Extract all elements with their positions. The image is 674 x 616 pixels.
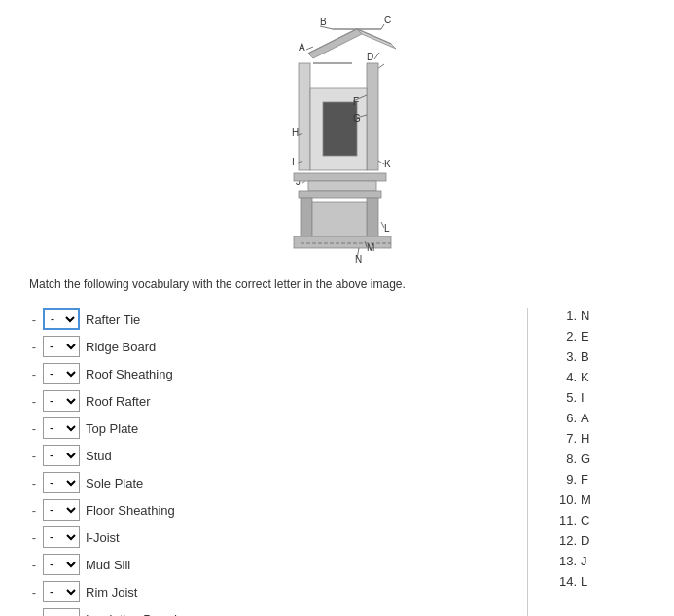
answer-row: 11.C — [538, 513, 645, 527]
vocab-label: Mud Sill — [86, 558, 130, 572]
vocab-label: I-Joist — [86, 530, 120, 545]
svg-text:K: K — [384, 159, 391, 169]
answer-letter: I — [581, 390, 585, 405]
answer-select[interactable]: -ABCDEFGHIJKLMN — [43, 417, 80, 439]
answer-select[interactable]: -ABCDEFGHIJKLMN — [43, 308, 80, 330]
vocab-label: Ridge Board — [86, 340, 156, 354]
vocab-label: Rim Joist — [86, 585, 137, 599]
svg-rect-32 — [294, 173, 386, 181]
svg-rect-16 — [299, 63, 310, 170]
svg-rect-38 — [294, 236, 391, 248]
svg-rect-17 — [367, 63, 378, 170]
svg-line-8 — [306, 47, 313, 50]
answer-number: 5. — [548, 390, 577, 405]
vocab-label: Roof Sheathing — [86, 367, 173, 381]
answer-letter: G — [581, 452, 590, 466]
vocab-label: Roof Rafter — [86, 394, 150, 409]
vocab-row: --ABCDEFGHIJKLMNTop Plate — [29, 417, 517, 439]
svg-rect-37 — [312, 202, 367, 236]
vocab-row: --ABCDEFGHIJKLMNI-Joist — [29, 526, 517, 548]
column-divider — [527, 308, 528, 616]
answer-letter: A — [581, 411, 589, 425]
svg-text:H: H — [292, 127, 299, 138]
answer-number: 14. — [548, 574, 577, 589]
svg-text:B: B — [320, 17, 327, 27]
dash: - — [29, 394, 39, 409]
instruction-text: Match the following vocabulary with the … — [19, 277, 655, 291]
answer-row: 5.I — [538, 390, 645, 405]
vocab-row: --ABCDEFGHIJKLMNMud Sill — [29, 554, 517, 575]
dash: - — [29, 449, 39, 463]
vocab-label: Sole Plate — [86, 476, 143, 490]
svg-text:N: N — [355, 254, 362, 265]
answer-number: 9. — [548, 472, 577, 487]
dash: - — [29, 530, 39, 545]
answer-number: 6. — [548, 411, 577, 425]
answer-row: 4.K — [538, 370, 645, 384]
answer-select[interactable]: -ABCDEFGHIJKLMN — [43, 363, 80, 384]
answer-select[interactable]: -ABCDEFGHIJKLMN — [43, 390, 80, 412]
answer-row: 14.L — [538, 574, 645, 589]
answer-select[interactable]: -ABCDEFGHIJKLMN — [43, 336, 80, 357]
answer-select[interactable]: -ABCDEFGHIJKLMN — [43, 608, 80, 616]
answer-number: 13. — [548, 554, 577, 568]
answer-letter: M — [581, 492, 591, 507]
svg-marker-10 — [357, 29, 396, 49]
dash: - — [29, 558, 39, 572]
answer-number: 2. — [548, 329, 577, 344]
answer-select[interactable]: -ABCDEFGHIJKLMN — [43, 581, 80, 602]
answer-row: 12.D — [538, 533, 645, 548]
dash: - — [29, 612, 39, 617]
answer-number: 4. — [548, 370, 577, 384]
answer-number: 11. — [548, 513, 577, 527]
answer-row: 6.A — [538, 411, 645, 425]
matching-area: --ABCDEFGHIJKLMNRafter Tie--ABCDEFGHIJKL… — [19, 308, 655, 616]
svg-marker-9 — [308, 29, 362, 58]
svg-text:M: M — [367, 242, 374, 253]
answer-number: 8. — [548, 452, 577, 466]
answer-number: 1. — [548, 308, 577, 323]
answer-row: 7.H — [538, 431, 645, 446]
answer-select[interactable]: -ABCDEFGHIJKLMN — [43, 445, 80, 466]
answer-row: 9.F — [538, 472, 645, 487]
dash: - — [29, 585, 39, 599]
answer-select[interactable]: -ABCDEFGHIJKLMN — [43, 499, 80, 521]
answer-letter: B — [581, 349, 589, 364]
diagram-container: B C A D E F G — [19, 10, 655, 268]
answer-select[interactable]: -ABCDEFGHIJKLMN — [43, 554, 80, 575]
vocab-row: --ABCDEFGHIJKLMNInsulation Board — [29, 608, 517, 616]
svg-rect-34 — [299, 191, 381, 198]
answer-letter: K — [581, 370, 589, 384]
answer-number: 3. — [548, 349, 577, 364]
answer-letter: J — [581, 554, 587, 568]
answer-letter: H — [581, 431, 589, 446]
answer-select[interactable]: -ABCDEFGHIJKLMN — [43, 526, 80, 548]
dash: - — [29, 503, 39, 518]
answer-row: 8.G — [538, 452, 645, 466]
svg-rect-19 — [323, 102, 357, 156]
dash: - — [29, 367, 39, 381]
svg-rect-36 — [367, 198, 378, 236]
answers-column: 1.N2.E3.B4.K5.I6.A7.H8.G9.F10.M11.C12.D1… — [538, 308, 655, 616]
answer-letter: D — [581, 533, 589, 548]
answer-row: 1.N — [538, 308, 645, 323]
answer-row: 2.E — [538, 329, 645, 344]
dash: - — [29, 421, 39, 436]
answer-select[interactable]: -ABCDEFGHIJKLMN — [43, 472, 80, 493]
svg-text:F: F — [353, 96, 359, 107]
svg-rect-35 — [301, 198, 312, 236]
vocab-label: Floor Sheathing — [86, 503, 175, 518]
vocab-row: --ABCDEFGHIJKLMNSole Plate — [29, 472, 517, 493]
vocab-row: --ABCDEFGHIJKLMNRim Joist — [29, 581, 517, 602]
svg-line-4 — [381, 24, 384, 29]
vocab-row: --ABCDEFGHIJKLMNRoof Rafter — [29, 390, 517, 412]
vocab-row: --ABCDEFGHIJKLMNStud — [29, 445, 517, 466]
svg-text:A: A — [299, 42, 305, 53]
vocab-label: Stud — [86, 449, 112, 463]
answer-letter: L — [581, 574, 587, 589]
answer-letter: C — [581, 513, 589, 527]
answer-number: 12. — [548, 533, 577, 548]
answer-row: 3.B — [538, 349, 645, 364]
vocab-row: --ABCDEFGHIJKLMNFloor Sheathing — [29, 499, 517, 521]
svg-text:L: L — [384, 223, 390, 234]
